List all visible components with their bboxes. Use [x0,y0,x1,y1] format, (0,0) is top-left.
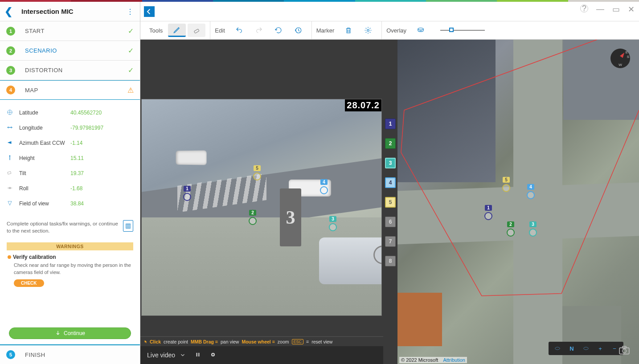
back-chevron-icon[interactable]: ❮ [4,6,12,17]
toolbar-overlay: Overlay [382,21,489,39]
check-icon: ✓ [128,66,134,74]
param-value: -1.68 [70,185,82,192]
warning-icon: ⚠ [127,86,134,94]
hint-expand-icon[interactable]: ▥ [123,220,133,232]
overlay-slider[interactable] [440,30,485,31]
step-scenario[interactable]: 2 SCENARIO ✓ [0,41,140,61]
attribution-link[interactable]: Attribution [443,357,465,363]
param-height: Height 15.11 [7,151,133,166]
redo-icon[interactable] [250,24,268,37]
video-marker-1[interactable]: 1 [183,184,191,201]
history-icon[interactable] [289,24,307,37]
toolbar: Tools Edit Marker Overlay [140,21,639,40]
video-marker-4[interactable]: 4 [320,177,328,194]
eraser-tool-icon[interactable] [188,24,205,37]
svg-marker-12 [8,201,12,205]
video-marker-3[interactable]: 3 [329,214,337,231]
building [397,293,442,346]
step-distortion[interactable]: 3 DISTORTION ✓ [0,61,140,80]
compass[interactable]: E S W [610,49,630,68]
param-value: 15.11 [70,155,84,161]
step-label: FINISH [25,352,134,358]
param-label: Longitude [19,125,70,131]
continue-button[interactable]: Continue [9,327,131,339]
video-marker-2[interactable]: 2 [249,208,257,225]
marker-chip-7[interactable]: 7 [385,236,396,247]
svg-rect-19 [198,352,199,356]
undo-icon[interactable] [230,24,248,37]
svg-rect-18 [197,352,197,356]
camera-overlay-icon[interactable] [412,24,430,37]
kebab-menu-icon[interactable]: … [127,8,137,15]
video-panel: 28.07.2 3 1 2 3 4 [140,40,383,364]
map-view[interactable]: 1 2 3 4 5 E S W N + − © 2022 Microsoft [397,40,639,364]
zoom-in-icon[interactable]: + [593,343,607,354]
param-label: Height [19,155,70,161]
param-azimuth: Azimuth East CCW -1.14 [7,135,133,151]
svg-point-8 [9,155,10,156]
fov-icon [7,200,19,208]
marker-chip-1[interactable]: 1 [385,119,396,129]
pillar: 3 [280,188,301,246]
tilt-icon [7,170,19,177]
click-hint: Click [144,339,161,344]
marker-chip-2[interactable]: 2 [385,138,396,149]
map-marker-2[interactable]: 2 [507,220,515,237]
compass-needle-icon [620,52,626,58]
video-mode-dropdown[interactable]: Live video [147,352,186,359]
step-label: MAP [25,87,127,94]
trash-icon[interactable] [340,24,357,37]
marker-chip-4[interactable]: 4 [385,177,396,188]
svg-point-23 [584,347,589,350]
marker-chip-8[interactable]: 8 [385,256,396,266]
map-marker-1[interactable]: 1 [484,203,492,220]
marker-chip-3[interactable]: 3 [385,158,396,168]
step-map[interactable]: 4 MAP ⚠ [0,80,140,100]
eye-right-icon[interactable] [579,343,593,354]
latitude-icon [7,109,19,117]
marker-chip-6[interactable]: 6 [385,217,396,227]
video-marker-5[interactable]: 5 [253,164,261,180]
roll-icon [7,185,19,192]
undo-all-icon[interactable] [270,24,287,37]
north-button[interactable]: N [565,343,579,354]
camera-icon[interactable] [619,345,630,357]
param-label: Azimuth East CCW [19,140,70,146]
check-button[interactable]: CHECK [14,279,44,287]
svg-point-22 [555,347,560,350]
check-icon: ✓ [128,46,134,55]
warnings-box: WARNINGS Verify calibration Check near a… [7,242,133,287]
pencil-tool-icon[interactable] [168,24,186,37]
road [397,183,639,245]
map-marker-4[interactable]: 4 [527,182,535,199]
warning-desc: Check near and far range by moving the p… [14,262,132,276]
target-icon[interactable] [210,352,216,359]
video-view[interactable]: 28.07.2 3 1 2 3 4 [140,40,383,336]
param-value: -1.14 [70,140,82,146]
param-fov: Field of view 38.84 [7,196,133,211]
step-number: 5 [6,350,15,359]
toolbar-label: Tools [149,27,163,34]
svg-rect-9 [8,171,11,174]
param-label: Latitude [19,110,70,116]
longitude-icon [7,124,19,132]
map-params-panel: Latitude 40.45562720 Longitude -79.97981… [0,100,140,323]
gear-icon[interactable] [359,24,377,37]
map-marker-5[interactable]: 5 [502,175,510,192]
eye-left-icon[interactable] [550,343,565,354]
map-marker-3[interactable]: 3 [529,220,537,237]
param-roll: Roll -1.68 [7,181,133,196]
param-value: -79.97981997 [70,125,103,131]
map-attribution: © 2022 Microsoft Attribution [399,357,467,363]
marker-chip-5[interactable]: 5 [385,197,396,208]
svg-rect-13 [194,29,200,33]
continue-wrap: Continue [0,323,140,344]
toolbar-label: Edit [215,27,225,34]
param-value: 38.84 [70,200,84,207]
step-number: 1 [6,27,15,36]
step-finish[interactable]: 5 FINISH [0,344,140,364]
step-start[interactable]: 1 START ✓ [0,21,140,41]
pause-icon[interactable] [195,352,201,359]
param-longitude: Longitude -79.97981997 [7,120,133,135]
param-value: 40.45562720 [70,110,102,116]
